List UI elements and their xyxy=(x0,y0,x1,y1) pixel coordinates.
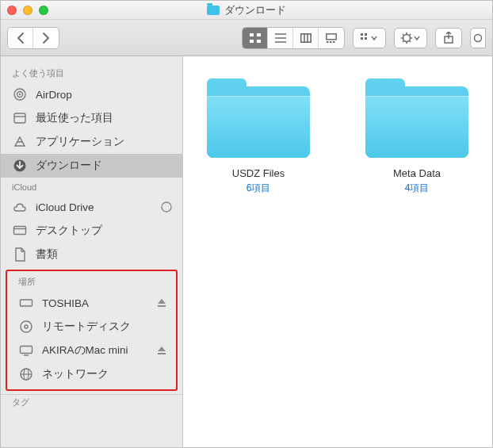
sidebar-item-label: デスクトップ xyxy=(36,224,173,238)
svg-line-26 xyxy=(403,40,403,41)
sidebar-item-toshiba[interactable]: TOSHIBA xyxy=(7,291,176,315)
svg-rect-41 xyxy=(158,305,166,307)
sidebar-item-label: 書類 xyxy=(36,247,173,262)
svg-point-42 xyxy=(21,321,32,332)
svg-point-29 xyxy=(475,34,482,41)
svg-point-37 xyxy=(162,202,171,212)
folder-name: USDZ Files xyxy=(199,167,318,179)
computer-icon xyxy=(18,345,34,356)
svg-line-25 xyxy=(410,34,411,35)
sidebar-item-documents[interactable]: 書類 xyxy=(1,243,182,266)
window-title-text: ダウンロード xyxy=(224,3,286,17)
finder-window: ダウンロード xyxy=(0,0,493,448)
svg-rect-15 xyxy=(365,33,367,36)
sidebar-item-label: iCloud Drive xyxy=(36,201,152,213)
list-view-button[interactable] xyxy=(268,28,293,48)
sidebar-item-network[interactable]: ネットワーク xyxy=(7,362,176,386)
eject-icon[interactable] xyxy=(157,298,166,308)
sidebar-item-recents[interactable]: 最近使った項目 xyxy=(1,106,182,130)
sidebar-item-mac-mini[interactable]: AKIRAのMac mini xyxy=(7,339,176,362)
svg-rect-14 xyxy=(361,33,363,36)
svg-rect-3 xyxy=(257,40,261,43)
sidebar: よく使う項目 AirDrop 最近使った項目 アプリケーション xyxy=(1,56,183,447)
svg-rect-40 xyxy=(21,300,32,306)
sidebar-item-label: ダウンロード xyxy=(36,159,173,173)
sidebar-item-desktop[interactable]: デスクトップ xyxy=(1,219,182,243)
disk-icon xyxy=(18,297,34,308)
sidebar-item-label: ネットワーク xyxy=(42,367,166,381)
folder-icon xyxy=(365,78,468,158)
gallery-view-button[interactable] xyxy=(319,28,344,48)
remote-disc-icon xyxy=(18,320,34,334)
folder-item-count: 6項目 xyxy=(199,182,318,195)
sidebar-item-label: TOSHIBA xyxy=(42,297,149,309)
recents-icon xyxy=(12,111,28,125)
sidebar-item-remote-disc[interactable]: リモートディスク xyxy=(7,315,176,339)
svg-rect-7 xyxy=(300,33,310,41)
svg-rect-0 xyxy=(250,33,254,36)
back-button[interactable] xyxy=(8,28,33,48)
file-browser[interactable]: USDZ Files 6項目 Meta Data 4項目 xyxy=(183,56,492,447)
folder-item[interactable]: USDZ Files 6項目 xyxy=(199,78,318,195)
svg-point-32 xyxy=(19,94,21,95)
toolbar xyxy=(1,20,492,56)
window-title: ダウンロード xyxy=(207,3,286,17)
share-button[interactable] xyxy=(435,28,462,48)
folder-item[interactable]: Meta Data 4項目 xyxy=(357,78,476,195)
sidebar-item-airdrop[interactable]: AirDrop xyxy=(1,82,182,106)
svg-rect-12 xyxy=(330,41,332,43)
svg-rect-1 xyxy=(257,33,261,36)
sidebar-item-label: リモートディスク xyxy=(42,320,166,334)
action-button[interactable] xyxy=(394,28,427,48)
locations-highlight: 場所 TOSHIBA リモートディスク xyxy=(6,270,178,391)
sidebar-item-downloads[interactable]: ダウンロード xyxy=(1,154,182,178)
svg-rect-11 xyxy=(327,41,329,43)
svg-rect-33 xyxy=(14,113,25,123)
airdrop-icon xyxy=(12,87,28,101)
tags-button[interactable] xyxy=(470,28,486,48)
svg-point-43 xyxy=(25,325,28,328)
sidebar-section-tags: タグ xyxy=(1,394,182,408)
progress-icon xyxy=(160,201,173,213)
svg-rect-10 xyxy=(327,33,336,39)
window-body: よく使う項目 AirDrop 最近使った項目 アプリケーション xyxy=(1,56,492,447)
traffic-lights xyxy=(7,6,48,15)
svg-rect-2 xyxy=(250,40,254,43)
svg-rect-16 xyxy=(361,37,363,40)
svg-rect-17 xyxy=(365,37,367,40)
close-window-button[interactable] xyxy=(7,6,17,15)
forward-button[interactable] xyxy=(33,28,59,48)
documents-icon xyxy=(12,247,28,262)
sidebar-item-applications[interactable]: アプリケーション xyxy=(1,130,182,154)
titlebar: ダウンロード xyxy=(1,1,492,20)
svg-rect-38 xyxy=(14,227,26,235)
eject-icon[interactable] xyxy=(157,346,166,355)
svg-rect-13 xyxy=(333,41,335,43)
zoom-window-button[interactable] xyxy=(39,6,48,15)
sidebar-item-label: アプリケーション xyxy=(36,135,173,149)
sidebar-item-icloud-drive[interactable]: iCloud Drive xyxy=(1,195,182,219)
sidebar-item-label: AKIRAのMac mini xyxy=(42,343,149,358)
folder-icon xyxy=(207,78,310,158)
svg-point-18 xyxy=(403,34,411,41)
minimize-window-button[interactable] xyxy=(23,6,32,15)
folder-icon xyxy=(207,6,220,15)
sidebar-item-label: 最近使った項目 xyxy=(36,111,173,125)
sidebar-item-label: AirDrop xyxy=(36,89,173,101)
column-view-button[interactable] xyxy=(293,28,319,48)
folder-item-count: 4項目 xyxy=(357,182,476,195)
desktop-icon xyxy=(12,225,28,236)
view-mode-switcher xyxy=(242,27,345,49)
network-icon xyxy=(18,367,34,381)
svg-line-23 xyxy=(403,34,403,35)
sidebar-section-favorites: よく使う項目 xyxy=(1,63,182,82)
sidebar-section-locations: 場所 xyxy=(7,271,176,291)
cloud-icon xyxy=(12,201,28,213)
arrange-button[interactable] xyxy=(353,28,386,48)
folder-name: Meta Data xyxy=(357,167,476,179)
svg-line-24 xyxy=(410,40,411,41)
downloads-icon xyxy=(12,159,28,173)
svg-rect-44 xyxy=(21,347,32,354)
icon-view-button[interactable] xyxy=(243,28,268,48)
svg-rect-46 xyxy=(158,353,166,354)
